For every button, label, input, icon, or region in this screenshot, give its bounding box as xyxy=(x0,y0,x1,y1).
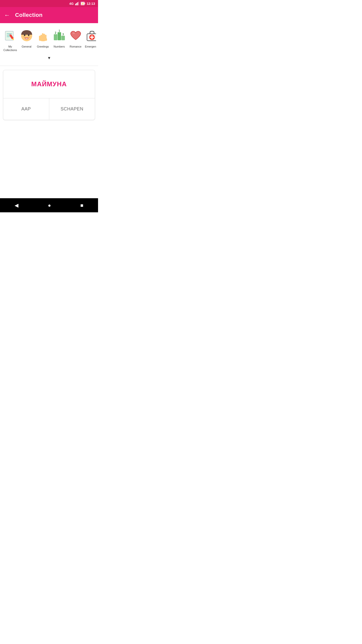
category-item-emergency[interactable]: Emergency xyxy=(84,27,96,49)
svg-point-21 xyxy=(29,37,30,38)
category-item-romance[interactable]: Romance xyxy=(67,27,84,49)
header: ← Collection xyxy=(0,7,98,23)
svg-text:3: 3 xyxy=(62,33,64,36)
nav-recent-button[interactable]: ■ xyxy=(74,200,89,210)
numbers-icon-wrapper: 2 1 3 xyxy=(52,28,67,43)
clock: 12:13 xyxy=(87,2,95,6)
status-bar: 4G ⚡ 12:13 xyxy=(0,0,98,7)
expand-row[interactable]: ▾ xyxy=(2,53,96,64)
svg-rect-1 xyxy=(76,3,77,5)
svg-rect-3 xyxy=(78,2,79,5)
svg-text:2: 2 xyxy=(55,31,56,34)
option-a-text: AAP xyxy=(21,106,31,111)
flashcard: МАЙМУНА AAP SCHAPEN xyxy=(3,70,95,120)
category-item-numbers[interactable]: 2 1 3 Numbers xyxy=(51,27,67,49)
general-icon-wrapper xyxy=(19,28,34,43)
general-icon xyxy=(20,29,33,42)
nav-home-button[interactable]: ● xyxy=(42,200,57,210)
greetings-icon xyxy=(36,29,50,42)
svg-text:⚡: ⚡ xyxy=(81,2,84,5)
my-collections-icon-wrapper xyxy=(3,28,18,43)
category-strip: My Collections xyxy=(0,23,98,66)
svg-rect-23 xyxy=(25,38,28,39)
svg-point-30 xyxy=(39,37,47,41)
emergency-icon-wrapper xyxy=(84,28,96,43)
svg-point-18 xyxy=(23,36,24,37)
divider xyxy=(0,66,98,66)
card-option-a[interactable]: AAP xyxy=(3,98,49,120)
nav-back-button[interactable]: ◀ xyxy=(9,200,24,210)
numbers-icon: 2 1 3 xyxy=(53,29,66,42)
svg-rect-5 xyxy=(84,3,85,4)
my-collections-icon xyxy=(4,29,17,42)
category-label-emergency: Emergency xyxy=(85,45,96,48)
svg-rect-33 xyxy=(61,36,65,40)
nav-bar: ◀ ● ■ xyxy=(0,198,98,212)
category-row: My Collections xyxy=(2,27,96,53)
page-title: Collection xyxy=(15,12,42,18)
category-item-general[interactable]: General xyxy=(18,27,35,49)
category-label-romance: Romance xyxy=(70,45,81,48)
emergency-icon xyxy=(85,29,96,42)
svg-rect-41 xyxy=(90,37,94,38)
signal-label: 4G xyxy=(69,2,73,6)
card-option-b[interactable]: SCHAPEN xyxy=(49,98,95,120)
chevron-down-icon[interactable]: ▾ xyxy=(48,55,50,61)
svg-point-20 xyxy=(28,36,29,37)
svg-rect-32 xyxy=(58,32,61,40)
category-item-greetings[interactable]: Greetings xyxy=(35,27,51,49)
svg-rect-31 xyxy=(54,34,57,40)
card-question: МАЙМУНА xyxy=(3,70,95,98)
svg-rect-2 xyxy=(77,2,78,5)
romance-icon xyxy=(69,29,82,42)
battery-icon: ⚡ xyxy=(81,2,85,5)
svg-point-19 xyxy=(24,37,25,38)
svg-point-17 xyxy=(28,34,29,36)
svg-point-37 xyxy=(72,32,75,34)
card-options: AAP SCHAPEN xyxy=(3,98,95,120)
category-label-greetings: Greetings xyxy=(37,45,49,48)
back-button[interactable]: ← xyxy=(4,12,10,19)
svg-rect-0 xyxy=(75,4,76,5)
category-label-numbers: Numbers xyxy=(54,45,65,48)
category-label-my-collections: My Collections xyxy=(3,45,18,52)
romance-icon-wrapper xyxy=(68,28,83,43)
svg-point-16 xyxy=(24,34,25,36)
signal-icon xyxy=(75,2,79,5)
option-b-text: SCHAPEN xyxy=(61,106,83,111)
category-item-my-collections[interactable]: My Collections xyxy=(2,27,18,53)
category-label-general: General xyxy=(22,45,31,48)
svg-text:1: 1 xyxy=(59,29,60,32)
main-word: МАЙМУНА xyxy=(31,80,67,88)
greetings-icon-wrapper xyxy=(35,28,51,43)
